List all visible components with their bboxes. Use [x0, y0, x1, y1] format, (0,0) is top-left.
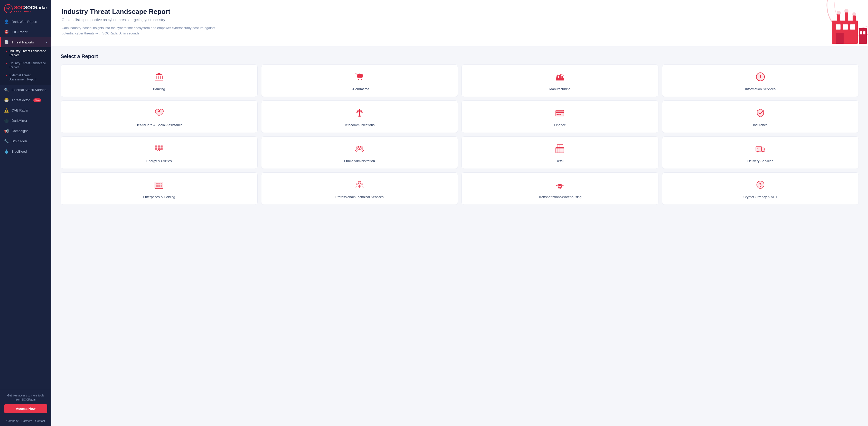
svg-rect-8 — [837, 14, 840, 22]
svg-rect-25 — [358, 116, 361, 117]
svg-rect-16 — [863, 31, 865, 34]
threat-reports-submenu: Industry Threat Landscape Report Country… — [0, 47, 51, 85]
nav-threat-reports[interactable]: 📄 Threat Reports ▾ — [0, 37, 51, 47]
section-title: Select a Report — [61, 54, 859, 59]
card-telecom[interactable]: Telecommunications — [261, 100, 458, 133]
transport-icon — [555, 180, 565, 191]
card-ecommerce[interactable]: E-Commerce — [261, 64, 458, 97]
ecommerce-label: E-Commerce — [349, 87, 369, 91]
svg-rect-5 — [843, 24, 848, 30]
ioc-radar-icon: 🎯 — [4, 30, 9, 34]
sidebar-links: Company Partners Contact — [0, 417, 51, 426]
nav-external-attack[interactable]: 🔍 External Attack Surface — [0, 85, 51, 95]
svg-rect-44 — [156, 183, 158, 184]
telecom-label: Telecommunications — [344, 123, 375, 127]
finance-icon — [555, 108, 565, 119]
svg-rect-46 — [161, 183, 162, 184]
campaigns-icon: 📢 — [4, 129, 9, 133]
svg-rect-18 — [556, 78, 564, 81]
card-banking[interactable]: Banking — [61, 64, 257, 97]
card-crypto[interactable]: ₿ CryptoCurrency & NFT — [662, 173, 859, 205]
svg-rect-10 — [852, 16, 856, 22]
card-healthcare[interactable]: HealthCare & Social Assistance — [61, 100, 257, 133]
svg-rect-27 — [556, 112, 564, 113]
svg-rect-14 — [859, 28, 867, 44]
transport-label: Transportation&Warehousing — [538, 195, 581, 199]
card-manufacturing[interactable]: Manufacturing — [462, 64, 658, 97]
healthcare-label: HealthCare & Social Assistance — [135, 123, 183, 127]
enterprises-label: Enterprises & Holding — [143, 195, 175, 199]
card-professional[interactable]: Professional&Technical Services — [261, 173, 458, 205]
svg-rect-54 — [558, 185, 562, 188]
insurance-label: Insurance — [753, 123, 768, 127]
subnav-industry-threat[interactable]: Industry Threat Landscape Report — [0, 47, 51, 59]
svg-rect-48 — [158, 185, 160, 187]
cve-radar-icon: ⚠️ — [4, 108, 9, 113]
subnav-country-threat[interactable]: Country Threat Landscape Report — [0, 59, 51, 71]
nav-darkmirror[interactable]: 🌑 DarkMirror — [0, 116, 51, 126]
nav-cve-radar[interactable]: ⚠️ CVE Radar — [0, 105, 51, 116]
manufacturing-label: Manufacturing — [549, 87, 570, 91]
svg-rect-30 — [155, 145, 157, 148]
retail-icon — [555, 144, 565, 155]
health-icon — [154, 108, 164, 119]
energy-label: Energy & Utilities — [146, 159, 172, 163]
svg-point-12 — [844, 9, 848, 13]
card-information-services[interactable]: i Information Services — [662, 64, 859, 97]
card-transport[interactable]: Transportation&Warehousing — [462, 173, 658, 205]
logo-circle-icon — [4, 4, 12, 13]
card-energy[interactable]: Energy & Utilities — [61, 136, 257, 169]
logo-brand: SOCSOCRadar FREE TOOLS — [14, 5, 47, 12]
card-retail[interactable]: Retail — [462, 136, 658, 169]
contact-link[interactable]: Contact — [35, 419, 45, 422]
threat-actor-icon: 😷 — [4, 98, 9, 102]
nav-soc-tools[interactable]: 🔧 SOC Tools — [0, 136, 51, 147]
bank-icon — [154, 72, 164, 84]
card-enterprises[interactable]: Enterprises & Holding — [61, 173, 257, 205]
logo-area: SOCSOCRadar FREE TOOLS — [0, 0, 51, 17]
svg-rect-9 — [845, 12, 848, 22]
professional-icon — [355, 180, 364, 191]
svg-point-0 — [7, 8, 9, 9]
dark-web-icon: 👤 — [4, 19, 9, 24]
svg-point-51 — [356, 183, 358, 185]
svg-point-50 — [358, 181, 361, 184]
partners-link[interactable]: Partners — [22, 419, 32, 422]
nav-campaigns[interactable]: 📢 Campaigns — [0, 126, 51, 136]
company-link[interactable]: Company — [6, 419, 19, 422]
card-insurance[interactable]: Insurance — [662, 100, 859, 133]
nav-threat-actor[interactable]: 😷 Threat Actor New — [0, 95, 51, 105]
svg-rect-47 — [156, 185, 158, 187]
svg-point-56 — [560, 187, 561, 189]
sidebar-footer: Get free access to more tools from SOCRa… — [0, 390, 51, 417]
card-finance[interactable]: Finance — [462, 100, 658, 133]
svg-rect-15 — [860, 31, 862, 34]
insurance-icon — [755, 108, 765, 119]
info-circle-icon: i — [755, 72, 765, 84]
svg-text:i: i — [760, 74, 761, 80]
main-content: Industry Threat Landscape Report Get a h… — [51, 0, 868, 426]
info-services-label: Information Services — [745, 87, 776, 91]
subnav-external-threat[interactable]: External Threat Assessment Report — [0, 71, 51, 84]
delivery-icon — [755, 144, 765, 155]
chevron-down-icon: ▾ — [46, 40, 47, 44]
access-now-button[interactable]: Access Now — [4, 404, 47, 413]
svg-rect-33 — [155, 148, 157, 150]
reports-section: Select a Report Banking E-Commerce — [51, 46, 868, 212]
nav-ioc-radar[interactable]: 🎯 IOC Radar — [0, 27, 51, 37]
crypto-label: CryptoCurrency & NFT — [743, 195, 777, 199]
professional-label: Professional&Technical Services — [335, 195, 384, 199]
card-delivery[interactable]: Delivery Services — [662, 136, 859, 169]
crypto-icon: ₿ — [755, 180, 765, 191]
nav-bluebleed[interactable]: 💧 BlueBleed — [0, 147, 51, 157]
logo-tag: FREE TOOLS — [14, 10, 47, 12]
card-public-admin[interactable]: Public Administration — [261, 136, 458, 169]
svg-rect-26 — [556, 111, 564, 116]
nav-dark-web[interactable]: 👤 Dark Web Report — [0, 17, 51, 27]
svg-rect-29 — [560, 114, 561, 115]
svg-rect-7 — [836, 33, 844, 44]
svg-point-52 — [361, 183, 363, 185]
svg-point-41 — [757, 151, 758, 152]
banking-label: Banking — [153, 87, 165, 91]
enterprises-icon — [154, 180, 164, 191]
